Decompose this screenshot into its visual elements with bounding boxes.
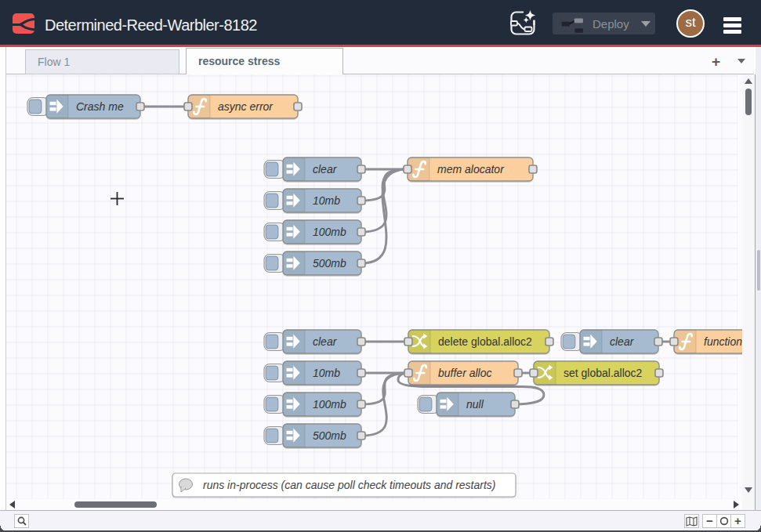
- svg-text:null: null: [466, 398, 484, 411]
- svg-text:10mb: 10mb: [313, 194, 340, 207]
- svg-text:Crash me: Crash me: [76, 100, 124, 113]
- svg-text:100mb: 100mb: [313, 398, 346, 411]
- svg-text:mem alocator: mem alocator: [437, 163, 505, 176]
- svg-text:100mb: 100mb: [313, 226, 346, 238]
- svg-text:async error: async error: [218, 100, 274, 113]
- svg-text:runs in-process (can cause pol: runs in-process (can cause poll check ti…: [203, 479, 496, 491]
- svg-text:buffer alloc: buffer alloc: [438, 367, 491, 379]
- svg-text:500mb: 500mb: [313, 257, 346, 270]
- svg-text:set global.alloc2: set global.alloc2: [564, 367, 643, 379]
- svg-text:500mb: 500mb: [313, 429, 346, 442]
- svg-text:delete global.alloc2: delete global.alloc2: [438, 335, 532, 348]
- svg-text:clear: clear: [313, 335, 338, 348]
- svg-text:function: function: [704, 335, 742, 348]
- svg-text:10mb: 10mb: [313, 367, 340, 379]
- svg-text:clear: clear: [610, 335, 635, 348]
- svg-text:clear: clear: [313, 163, 338, 176]
